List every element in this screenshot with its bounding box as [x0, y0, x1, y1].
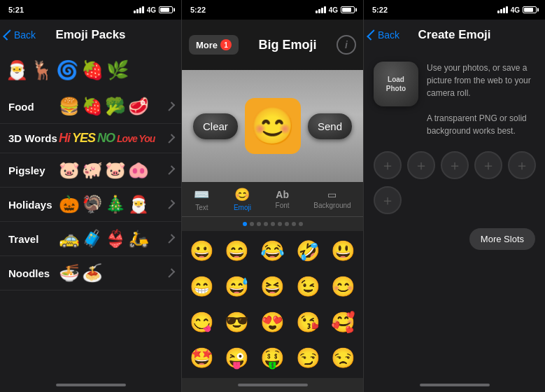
- pig-emoji-0: 🐷: [59, 160, 80, 180]
- emoji-cell-7[interactable]: 😆: [255, 270, 290, 303]
- chevron-left-icon-1: [3, 29, 14, 41]
- emoji-cell-11[interactable]: 😎: [220, 305, 255, 339]
- strip-emoji-4: 🌿: [106, 59, 129, 81]
- holiday-emoji-0: 🎃: [59, 195, 80, 214]
- send-button[interactable]: Send: [308, 113, 352, 139]
- tab-background[interactable]: ▭ Background: [308, 186, 356, 212]
- load-photo-section: Load Photo Use your photos, or save a pi…: [374, 62, 535, 137]
- list-item-pigsley[interactable]: Pigsley 🐷 🐖 🐷 🐽: [0, 153, 181, 188]
- emoji-cell-19[interactable]: 😒: [326, 341, 360, 374]
- list-item-holidays[interactable]: Holidays 🎃 🦃 🎄 🎅: [0, 188, 181, 222]
- slots-row-2: ＋: [374, 186, 535, 214]
- create-emoji-content: Load Photo Use your photos, or save a pi…: [364, 50, 545, 378]
- travel-emoji-2: 👙: [105, 229, 126, 248]
- panel-big-emoji: 5:22 4G More 1 Big Emoji i Clear �: [182, 0, 364, 392]
- home-indicator-1: [0, 378, 181, 392]
- battery-3: [523, 6, 537, 13]
- emoji-cell-12[interactable]: 😍: [255, 305, 290, 339]
- status-bar-3: 5:22 4G: [364, 0, 545, 20]
- travel-emojis: 🚕 🧳 👙 🛵: [59, 229, 168, 248]
- status-bar-1: 5:21 4G: [0, 0, 181, 20]
- 3dwords-preview: Hi YES NO Love You: [59, 131, 168, 146]
- network-type-2: 4G: [329, 6, 338, 14]
- back-button-1[interactable]: Back: [6, 29, 36, 41]
- category-label-3dwords: 3D Words: [8, 132, 59, 144]
- tab-emoji[interactable]: 😊 Emoji: [228, 184, 257, 214]
- emoji-cell-8[interactable]: 😉: [291, 270, 325, 303]
- font-tab-label: Font: [276, 202, 290, 209]
- dot-4: [271, 222, 275, 226]
- tab-text[interactable]: ⌨️ Text: [188, 184, 215, 214]
- slot-0[interactable]: ＋: [374, 151, 402, 179]
- emoji-cell-6[interactable]: 😅: [220, 270, 255, 303]
- time-3: 5:22: [372, 6, 388, 14]
- emoji-cell-1[interactable]: 😄: [220, 234, 255, 267]
- home-bar-3: [420, 384, 490, 386]
- more-label: More: [196, 40, 218, 50]
- info-button[interactable]: i: [337, 35, 356, 55]
- slot-5[interactable]: ＋: [374, 186, 402, 214]
- emoji-cell-3[interactable]: 🤣: [291, 234, 325, 267]
- 3d-yes: YES: [72, 131, 95, 146]
- emoji-cell-9[interactable]: 😊: [326, 270, 360, 303]
- bg-tab-icon: ▭: [327, 189, 337, 200]
- emoji-cell-13[interactable]: 😘: [291, 305, 325, 339]
- emoji-cell-0[interactable]: 😀: [185, 234, 219, 267]
- emoji-cell-4[interactable]: 😃: [326, 234, 360, 267]
- emoji-cell-18[interactable]: 😏: [291, 341, 325, 374]
- dot-7: [292, 222, 296, 226]
- plus-icon-4: ＋: [515, 156, 529, 175]
- keyboard-tabs: ⌨️ Text 😊 Emoji Ab Font ▭ Background: [182, 182, 363, 217]
- category-label-food: Food: [8, 101, 59, 113]
- load-photo-button[interactable]: Load Photo: [374, 62, 418, 106]
- clear-button[interactable]: Clear: [193, 113, 238, 139]
- noodles-emojis: 🍜 🍝: [59, 263, 168, 283]
- home-indicator-2: [182, 378, 363, 392]
- plus-icon-0: ＋: [381, 156, 395, 175]
- emoji-cell-10[interactable]: 😋: [185, 305, 219, 339]
- font-tab-icon: Ab: [276, 189, 289, 200]
- food-emoji-1: 🍓: [82, 97, 103, 116]
- nav-bar-3: Back Create Emoji: [364, 20, 545, 50]
- dot-5: [278, 222, 282, 226]
- text-tab-icon: ⌨️: [194, 187, 209, 202]
- list-item-3dwords[interactable]: 3D Words Hi YES NO Love You: [0, 124, 181, 153]
- home-bar-2: [238, 384, 308, 386]
- description-text: Use your photos, or save a picture from …: [427, 62, 535, 137]
- description-line-2: A transparent PNG or solid background wo…: [427, 112, 535, 137]
- slot-2[interactable]: ＋: [441, 151, 469, 179]
- slot-4[interactable]: ＋: [508, 151, 536, 179]
- more-slots-section: More Slots: [374, 228, 535, 250]
- dot-6: [285, 222, 289, 226]
- emoji-cell-5[interactable]: 😁: [185, 270, 219, 303]
- holidays-emojis: 🎃 🦃 🎄 🎅: [59, 195, 168, 214]
- slot-1[interactable]: ＋: [407, 151, 435, 179]
- emoji-tab-label: Emoji: [234, 204, 251, 211]
- strip-emoji-3: 🍓: [81, 59, 104, 81]
- emoji-cell-15[interactable]: 🤩: [185, 341, 219, 374]
- more-slots-button[interactable]: More Slots: [469, 228, 535, 250]
- back-button-3[interactable]: Back: [369, 29, 399, 41]
- signal-bars-1: [134, 6, 144, 13]
- pigsley-emojis: 🐷 🐖 🐷 🐽: [59, 160, 168, 180]
- plus-icon-1: ＋: [414, 156, 428, 175]
- more-button[interactable]: More 1: [189, 35, 239, 55]
- list-item-food[interactable]: Food 🍔 🍓 🥦 🥩: [0, 90, 181, 124]
- list-item-noodles[interactable]: Noodles 🍜 🍝: [0, 256, 181, 290]
- emoji-cell-16[interactable]: 😜: [220, 341, 255, 374]
- page-dots: [182, 217, 363, 231]
- emoji-cell-17[interactable]: 🤑: [255, 341, 290, 374]
- noodles-emoji-1: 🍝: [82, 263, 103, 283]
- network-type-3: 4G: [511, 6, 520, 14]
- emoji-picker-grid: 😀 😄 😂 🤣 😃 😁 😅 😆 😉 😊 😋 😎 😍 😘 🥰 🤩 😜 🤑 😏 😒: [182, 231, 363, 378]
- emoji-cell-2[interactable]: 😂: [255, 234, 290, 267]
- slot-3[interactable]: ＋: [474, 151, 502, 179]
- list-item-travel[interactable]: Travel 🚕 🧳 👙 🛵: [0, 222, 181, 256]
- travel-emoji-3: 🛵: [128, 229, 149, 248]
- tab-font[interactable]: Ab Font: [270, 186, 295, 212]
- plus-icon-3: ＋: [481, 156, 495, 175]
- emoji-cell-14[interactable]: 🥰: [326, 305, 360, 339]
- strip-emoji-2: 🌀: [56, 59, 78, 81]
- battery-1: [159, 6, 173, 13]
- page-title-3: Create Emoji: [418, 28, 491, 42]
